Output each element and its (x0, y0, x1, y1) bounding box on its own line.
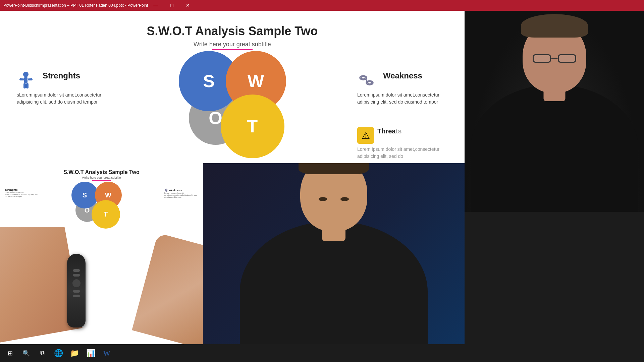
minimize-button[interactable]: — (148, 0, 163, 11)
small-circle-t: T (92, 200, 120, 229)
threats-heading: Threats (377, 127, 401, 135)
right-hand (132, 233, 203, 344)
remote-btn-1 (73, 269, 80, 272)
small-slide-subtitle: Write here your great subtitle (0, 176, 203, 179)
task-view-button[interactable]: ⧉ (35, 346, 50, 361)
lower-area: S.W.O.T Analysis Sample Two Write here y… (0, 163, 465, 362)
slide-area: S.W.O.T Analysis Sample Two Write here y… (0, 11, 465, 362)
right-panel (465, 11, 644, 362)
strengths-text: sLorem ipsum dolor sit amet,consectetur … (17, 92, 114, 106)
right-hair (521, 14, 588, 38)
small-subtitle-underline (92, 180, 111, 181)
weakness-text: Lorem ipsum dolor sit amet,consectetur a… (357, 92, 454, 106)
right-webcam-person (467, 14, 642, 212)
main-slide: S.W.O.T Analysis Sample Two Write here y… (0, 11, 465, 163)
svg-point-11 (368, 82, 372, 84)
webcam-panel (203, 163, 465, 362)
svg-point-9 (361, 77, 365, 79)
right-eye (340, 197, 349, 201)
weakness-section: Weakness Lorem ipsum dolor sit amet,cons… (357, 71, 454, 106)
small-circle-s: S (71, 182, 98, 208)
remote-btn-4 (73, 295, 80, 297)
svg-rect-4 (23, 83, 26, 88)
swot-diagram: S W O T (169, 51, 296, 163)
small-weakness-text: Lorem ipsum dolor sit amet,consectetur a… (164, 192, 200, 198)
circle-t: T (221, 95, 284, 158)
right-webcam (465, 11, 644, 212)
small-strengths-text: Lorem ipsum dolor sit amet,consectetur a… (5, 191, 40, 197)
search-button[interactable]: 🔍 (19, 346, 34, 361)
right-glasses-right (558, 54, 576, 63)
explorer-icon[interactable]: 📁 (67, 346, 82, 361)
remote-scroll (72, 279, 80, 287)
excel-icon[interactable]: 📊 (83, 346, 98, 361)
maximize-button[interactable]: □ (164, 0, 179, 11)
webcam-background (203, 163, 465, 362)
threats-section: ⚠ Threats Lorem ipsum dolor sit amet,con… (357, 127, 454, 160)
small-weakness-label: ⛓ Weakness (164, 188, 200, 192)
svg-rect-1 (24, 77, 28, 83)
title-bar: PowerPoint-Bildschirmpräsentation – PPT … (0, 0, 644, 11)
title-bar-text: PowerPoint-Bildschirmpräsentation – PPT … (3, 3, 148, 8)
title-bar-controls: — □ ✕ (148, 0, 196, 11)
left-eye (319, 197, 327, 201)
strengths-heading: Strenghts (43, 71, 80, 81)
threats-text: Lorem ipsum dolor sit amet,consectetur a… (357, 146, 454, 160)
remote-btn-2 (73, 274, 80, 277)
small-slide-title: S.W.O.T Analysis Sample Two (0, 163, 203, 175)
glasses-bridge (551, 58, 558, 59)
word-icon[interactable]: W (99, 346, 114, 361)
hands-overlay (0, 227, 203, 344)
start-button[interactable]: ⊞ (3, 346, 17, 361)
svg-point-0 (23, 72, 29, 77)
strengths-icon (17, 71, 35, 89)
body-shape (240, 221, 428, 362)
strengths-section: Strenghts sLorem ipsum dolor sit amet,co… (17, 71, 114, 106)
subtitle-underline (212, 49, 253, 50)
taskbar: ⊞ 🔍 ⧉ 🌐 📁 📊 W (0, 344, 465, 362)
right-body (471, 84, 638, 212)
main-area: S.W.O.T Analysis Sample Two Write here y… (0, 11, 644, 362)
slide-subtitle: Write here your great subtitle (0, 41, 465, 48)
close-button[interactable]: ✕ (180, 0, 196, 11)
edge-icon[interactable]: 🌐 (51, 346, 66, 361)
svg-point-7 (30, 78, 32, 80)
small-slide-preview: S.W.O.T Analysis Sample Two Write here y… (0, 163, 203, 344)
weakness-icon (357, 71, 376, 89)
svg-rect-5 (26, 83, 29, 88)
svg-point-6 (20, 78, 22, 80)
right-glasses-left (533, 54, 551, 63)
remote-control (67, 254, 86, 327)
slide-title: S.W.O.T Analysis Sample Two (0, 11, 465, 38)
right-webcam-bg (465, 11, 644, 212)
threats-icon: ⚠ (357, 127, 374, 144)
hair-shape (299, 163, 369, 174)
weakness-heading: Weakness (383, 71, 422, 81)
right-panel-lower (465, 212, 644, 362)
remote-btn-3 (73, 290, 80, 293)
small-strengths-label: Strenghts (5, 188, 40, 191)
svg-line-12 (366, 78, 367, 82)
webcam-person (233, 168, 434, 362)
